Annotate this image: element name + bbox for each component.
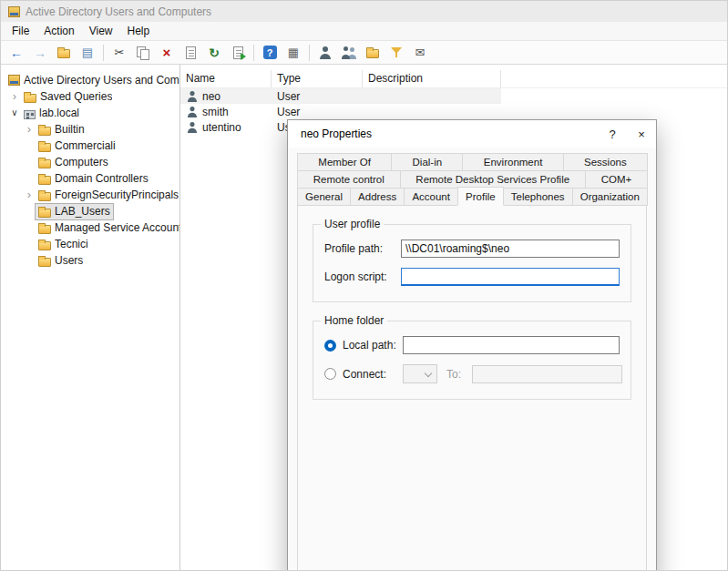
menu-action[interactable]: Action	[36, 22, 81, 40]
tree-item-label: Active Directory Users and Computers	[24, 74, 180, 87]
filter-icon[interactable]	[385, 43, 407, 63]
drive-letter-dropdown	[403, 364, 437, 383]
menu-file[interactable]: File	[5, 22, 36, 40]
column-header-description[interactable]: Description	[363, 70, 501, 87]
folder-icon	[38, 258, 51, 267]
list-row-smith[interactable]: smith User	[180, 104, 501, 119]
local-path-input[interactable]	[403, 336, 620, 354]
user-profile-group: User profile Profile path: Logon script:	[313, 224, 631, 302]
tab-remote-desktop-services-profile[interactable]: Remote Desktop Services Profile	[400, 170, 586, 189]
chevron-down-icon	[425, 370, 432, 377]
tab-control: Member Of Dial-in Environment Sessions R…	[297, 153, 647, 205]
domain-icon	[24, 110, 36, 119]
tab-row-2: Remote control Remote Desktop Services P…	[297, 170, 647, 189]
tree-item-label: Users	[55, 254, 83, 267]
tree-item-label: Saved Queries	[40, 90, 112, 103]
expand-arrow-icon[interactable]: ∨	[8, 105, 21, 121]
folder-icon	[24, 94, 36, 103]
ou-icon	[38, 241, 51, 250]
dialog-help-button[interactable]: ?	[598, 120, 627, 148]
tree-item-domain-controllers[interactable]: Domain Controllers	[1, 170, 179, 187]
expand-arrow-icon[interactable]: ›	[23, 121, 36, 138]
ad-root-icon	[8, 75, 20, 86]
show-hide-tree-icon[interactable]: ▤	[77, 43, 98, 63]
tab-row-3: General Address Account Profile Telephon…	[297, 188, 647, 205]
tree-item-tecnici[interactable]: Tecnici	[1, 236, 179, 252]
menu-help[interactable]: Help	[120, 22, 158, 40]
neo-properties-dialog: neo Properties ? × Member Of Dial-in Env…	[287, 119, 657, 571]
expand-arrow-icon[interactable]: ›	[23, 187, 36, 203]
tab-com-plus[interactable]: COM+	[585, 170, 648, 189]
tab-member-of[interactable]: Member Of	[297, 153, 392, 171]
connect-label: Connect:	[343, 368, 403, 381]
dialog-close-button[interactable]: ×	[627, 120, 656, 148]
tree-item-lab-local[interactable]: ∨ lab.local	[1, 105, 179, 121]
user-type: User	[272, 106, 363, 118]
app-icon	[8, 6, 20, 17]
tab-general[interactable]: General	[297, 188, 351, 206]
properties-icon[interactable]	[179, 43, 201, 63]
taskpad-icon[interactable]: ▦	[282, 43, 304, 63]
new-ou-icon[interactable]	[362, 43, 384, 63]
tree-item-computers[interactable]: Computers	[1, 154, 179, 170]
connect-radio[interactable]	[324, 368, 336, 380]
tree-item-label: Tecnici	[55, 238, 88, 250]
tree-item-builtin[interactable]: › Builtin	[1, 121, 179, 138]
tab-account[interactable]: Account	[404, 188, 458, 206]
copy-icon[interactable]	[132, 43, 154, 63]
user-type: User	[272, 90, 363, 103]
tree-item-managed-service-accounts[interactable]: Managed Service Accounts	[1, 219, 179, 236]
profile-path-input[interactable]	[401, 240, 620, 258]
profile-path-label: Profile path:	[324, 242, 401, 255]
column-header-name[interactable]: Name	[180, 70, 272, 87]
back-icon[interactable]: ←	[5, 43, 27, 63]
ou-icon	[38, 176, 51, 185]
tab-sessions[interactable]: Sessions	[563, 153, 648, 171]
user-icon	[187, 122, 198, 133]
tab-profile[interactable]: Profile	[457, 187, 504, 206]
up-one-level-icon[interactable]	[53, 43, 75, 63]
ou-icon	[38, 209, 51, 218]
tree-item-saved-queries[interactable]: › Saved Queries	[1, 88, 179, 105]
user-icon	[187, 91, 198, 102]
tab-organization[interactable]: Organization	[572, 188, 648, 206]
list-row-neo[interactable]: neo User	[180, 88, 501, 104]
window-titlebar: Active Directory Users and Computers	[1, 1, 727, 22]
export-list-icon[interactable]	[227, 43, 249, 63]
toolbar-separator	[253, 45, 254, 61]
column-header-type[interactable]: Type	[272, 70, 363, 87]
tree-item-label: Managed Service Accounts	[55, 221, 180, 234]
tree-item-label: LAB_Users	[55, 205, 110, 218]
delegation-icon[interactable]: ✉	[409, 43, 431, 63]
tree-item-foreign-security-principals[interactable]: › ForeignSecurityPrincipals	[1, 187, 179, 203]
tree-item-commerciali[interactable]: Commerciali	[1, 138, 179, 154]
new-group-icon[interactable]	[338, 43, 360, 63]
tab-address[interactable]: Address	[350, 188, 405, 206]
forward-icon[interactable]: →	[29, 43, 51, 63]
new-user-icon[interactable]	[314, 43, 336, 63]
tree-item-root[interactable]: Active Directory Users and Computers	[1, 72, 179, 88]
logon-script-input[interactable]	[401, 268, 620, 286]
console-tree: Active Directory Users and Computers › S…	[1, 65, 180, 571]
tab-remote-control[interactable]: Remote control	[297, 170, 401, 189]
user-icon	[187, 107, 198, 117]
tree-item-lab-users[interactable]: LAB_Users	[1, 203, 179, 219]
menu-view[interactable]: View	[82, 22, 120, 40]
delete-icon[interactable]: ×	[156, 43, 178, 63]
tree-item-label: lab.local	[39, 107, 79, 119]
help-icon[interactable]: ?	[259, 43, 281, 63]
user-profile-group-label: User profile	[321, 218, 384, 230]
tab-row-1: Member Of Dial-in Environment Sessions	[297, 153, 647, 171]
cut-icon[interactable]: ✂	[108, 43, 130, 63]
tree-item-label: ForeignSecurityPrincipals	[55, 189, 179, 201]
tab-telephones[interactable]: Telephones	[503, 188, 573, 206]
tab-environment[interactable]: Environment	[462, 153, 563, 171]
tab-dial-in[interactable]: Dial-in	[391, 153, 463, 171]
expand-arrow-icon[interactable]: ›	[8, 88, 21, 105]
tree-item-users[interactable]: Users	[1, 252, 179, 269]
local-path-label: Local path:	[343, 339, 403, 352]
folder-icon	[38, 127, 51, 136]
user-name: neo	[202, 90, 220, 103]
refresh-icon[interactable]: ↻	[203, 43, 225, 63]
local-path-radio[interactable]	[324, 340, 336, 352]
